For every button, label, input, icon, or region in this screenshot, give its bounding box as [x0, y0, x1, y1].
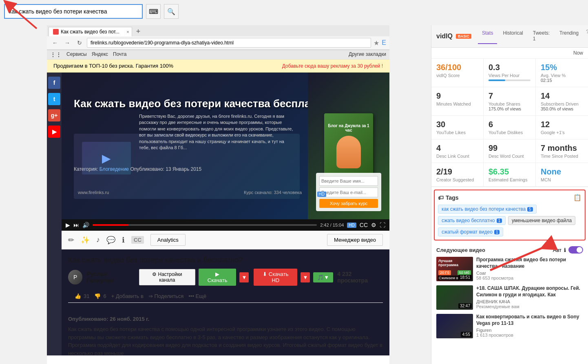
tag-item-4[interactable]: сжатый формат видео 1 [438, 227, 503, 236]
add-to-section[interactable]: + Добавить в [111, 293, 144, 299]
tag-item-3[interactable]: уменьшение видео файла [508, 216, 575, 225]
video-category-label: Категория: [74, 166, 99, 172]
bookmark-star-icon[interactable]: ★ [374, 39, 379, 47]
bookmark-other[interactable]: Другие закладки [349, 51, 386, 58]
tag-text-4: сжатый формат видео [442, 229, 493, 235]
ad-link-right[interactable]: Добавьте сюда вашу рекламу за 30 рублей … [282, 63, 383, 69]
thumb-duration-3: 4:55 [461, 332, 472, 337]
settings-video-button[interactable]: ⚙ [371, 222, 376, 228]
magic-action-icon[interactable]: ✨ [81, 236, 90, 245]
stats-grid: 36/100 vidIQ Score 0.3 Views Per Hour 15… [431, 59, 588, 187]
stat-label-youtube-likes: YouTube Likes [436, 130, 478, 135]
form-submit-button[interactable]: Хочу забрать курс [319, 199, 378, 208]
analytics-button[interactable]: Analytics [150, 234, 186, 246]
fullscreen-button[interactable]: ⛶ [380, 222, 385, 228]
next-video-title: Следующее видео [436, 247, 485, 253]
comment-action-icon[interactable]: 💬 [106, 236, 115, 245]
toggle-knob [577, 247, 582, 253]
like-section[interactable]: 👍 31 [75, 293, 89, 299]
stat-label-creator-suggested: Creator Suggested [436, 177, 478, 182]
share-section[interactable]: ⇒ Поделиться [148, 293, 183, 299]
bookmark-pochta[interactable]: Почта [113, 51, 126, 58]
stat-label-views-per-hour: Views Per Hour [489, 73, 531, 78]
channel-name[interactable]: Руслан Галиулин [86, 271, 135, 284]
next-video-channel-2: ДНЕВНИК КАЧА [476, 299, 583, 304]
video-player-area: ▶ www.firelinks.ru Как сжать видео без п… [62, 73, 389, 355]
video-desc-text: Приветствую Вас, дорогие друзья, на блог… [139, 114, 293, 150]
progress-bar[interactable] [93, 224, 317, 226]
view-count: 4 232 просмотра [337, 271, 383, 284]
video-section: f t g+ ▶ ▶ www.firelinks.ru [47, 73, 389, 355]
vidiq-tab-trending[interactable]: Trending [555, 29, 583, 44]
stat-label-youtube-shares: Youtube Shares [489, 101, 531, 106]
vidiq-tab-tweets[interactable]: Tweets: 1 [529, 29, 554, 44]
download-arrow-button[interactable]: ▼ [239, 272, 249, 282]
active-browser-tab[interactable]: Как сжать видео без пот... × [49, 27, 132, 36]
add-to-text: + Добавить в [111, 293, 144, 299]
channel-settings-button[interactable]: ⚙ Настройки канала [139, 269, 195, 285]
music-action-icon[interactable]: ♪ [96, 236, 100, 244]
stat-label-google-plusones: Google +1's [541, 130, 583, 135]
stat-vidiq-score: 36/100 vidIQ Score [431, 59, 484, 87]
more-options-text: ••• Ещё [188, 293, 206, 299]
bookmark-yandex[interactable]: Яндекс [92, 51, 108, 58]
googleplus-share-button[interactable]: g+ [48, 109, 60, 121]
manager-button[interactable]: Менеджер видео [327, 234, 383, 246]
form-email-input[interactable] [319, 188, 378, 197]
back-button[interactable]: ← [50, 38, 60, 48]
download-hd-arrow-button[interactable]: ▼ [301, 272, 310, 282]
autoplay-label: Авт [553, 247, 561, 253]
forward-button[interactable]: → [62, 38, 72, 48]
tags-title: 🏷 Tags [438, 194, 459, 201]
vidiq-tab-historical[interactable]: Historical [499, 29, 527, 44]
help-icon[interactable]: ? [586, 29, 588, 44]
stat-label-minutes-watched: Minutes Watched [436, 101, 478, 106]
youtube-share-button[interactable]: ▶ [48, 126, 60, 138]
tag-item-2[interactable]: сжать видео бесплатно 1 [438, 216, 506, 225]
play-button[interactable]: ▶ [66, 222, 70, 228]
form-name-input[interactable] [319, 176, 378, 186]
more-options-section[interactable]: ••• Ещё [188, 293, 206, 299]
next-video-item-1[interactable]: Лучшая программа 20 Гб 50 Мб Сжимаем в 1… [436, 257, 583, 281]
facebook-share-button[interactable]: f [48, 77, 60, 89]
vidiq-tab-stats[interactable]: Stats [478, 29, 497, 44]
description-area: Опубликовано: 26 нояб. 2015 г. Как сжать… [62, 309, 389, 355]
tag-icon: 🏷 [438, 194, 444, 201]
refresh-button[interactable]: ↻ [75, 38, 84, 48]
info-action-icon[interactable]: ℹ [122, 236, 125, 245]
volume-icon[interactable]: 🔊 [82, 222, 89, 228]
info-circle-icon: ℹ [564, 247, 566, 253]
tags-highlight-box: 🏷 Tags 📋 как сжать видео без потери каче… [434, 190, 586, 240]
next-video-item-3[interactable]: 4:55 Как конвертировать и сжать видео в … [436, 314, 583, 338]
tags-copy-icon[interactable]: 📋 [573, 194, 581, 201]
cc-action-icon[interactable]: CC [131, 236, 144, 244]
video-description-overlay: Приветствую Вас, дорогие друзья, на блог… [135, 113, 300, 151]
stat-value-estimated-earnings: $6.35 [489, 167, 531, 176]
next-button[interactable]: ⏭ [73, 222, 79, 228]
address-bar[interactable] [87, 38, 371, 48]
thumb-label-compress: Сжимаем в [438, 276, 459, 280]
search-button[interactable]: 🔍 [164, 4, 179, 19]
vidiq-header: vidIQ BASIC Stats Historical Tweets: 1 T… [431, 25, 588, 48]
dislike-section[interactable]: 👎 6 [94, 293, 106, 299]
bookmark-servisy[interactable]: Сервисы [66, 51, 87, 58]
tag-item-1[interactable]: как сжать видео без потери качества 5 [438, 205, 537, 214]
tab-close-button[interactable]: × [126, 29, 129, 34]
download-hd-button[interactable]: ⬇ Скачать HD [254, 269, 297, 286]
video-category-link[interactable]: Блогведение [99, 166, 129, 172]
keyboard-icon-button[interactable]: ⌨ [146, 4, 161, 19]
tags-title-text: Tags [446, 194, 459, 201]
autoplay-toggle-switch[interactable] [568, 246, 583, 254]
twitter-share-button[interactable]: t [48, 93, 60, 105]
vidiq-tabs: Stats Historical Tweets: 1 Trending ? [478, 29, 588, 44]
captions-button[interactable]: CC [360, 222, 368, 228]
next-video-item-2[interactable]: 32:47 +18. САША ШПАК. Дурацкие вопросы. … [436, 285, 583, 310]
video-thumbnail[interactable]: ▶ www.firelinks.ru Как сжать видео без п… [62, 73, 389, 219]
playlist-button[interactable]: 🎵▼ [313, 272, 333, 282]
new-tab-button[interactable]: + [133, 27, 144, 36]
subscribe-button[interactable]: ▶ Скачать [199, 269, 237, 286]
search-input[interactable]: как сжать видео без потери качества [4, 4, 143, 19]
hd-quality-badge: HD [347, 223, 356, 228]
pencil-action-icon[interactable]: ✏ [68, 236, 74, 245]
next-video-section: Следующее видео Авт ℹ Лучшая программа 2… [431, 243, 588, 346]
